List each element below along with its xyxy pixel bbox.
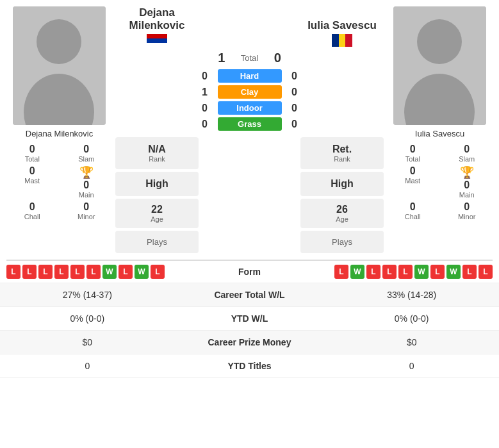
hard-p1: 0 xyxy=(197,71,213,82)
player1-age-value: 22 xyxy=(128,204,186,215)
player2-mast-label: Mast xyxy=(405,177,420,185)
player2-mast-cell: 0 Mast xyxy=(387,165,439,199)
player2-chall-cell: 0 Chall xyxy=(387,201,439,220)
form-result-badge: L xyxy=(86,265,101,279)
player1-rank-box: N/A Rank xyxy=(115,137,199,169)
grass-row: 0 Grass 0 xyxy=(115,117,384,131)
stats-table: 27% (14-37) Career Total W/L 33% (14-28)… xyxy=(0,283,499,378)
ytd-wl-label: YTD W/L xyxy=(175,307,325,331)
serbia-flag-svg xyxy=(147,34,167,47)
player1-high: High xyxy=(115,172,199,196)
form-result-badge: W xyxy=(135,265,149,279)
player1-main-cell: 🏆 0 Main xyxy=(61,165,113,199)
form-result-badge: L xyxy=(38,265,53,279)
grass-p2: 0 xyxy=(287,119,302,130)
player2-name: Iulia Savescu xyxy=(415,129,464,138)
player2-minor-value: 0 xyxy=(464,201,470,213)
player2-total-label: Total xyxy=(405,155,420,163)
player2-section: Iulia Savescu 0 Total 0 Slam 0 Mast 🏆 0 xyxy=(387,6,493,253)
player2-slam-value: 0 xyxy=(464,144,470,155)
player1-chall-value: 0 xyxy=(29,201,35,213)
titles-row: 0 YTD Titles 0 xyxy=(0,354,499,378)
player1-flag xyxy=(115,34,199,47)
player2-slam-label: Slam xyxy=(459,155,475,163)
player1-plays: Plays xyxy=(115,231,199,253)
hard-p2: 0 xyxy=(287,71,302,82)
form-result-badge: L xyxy=(334,265,348,279)
form-result-badge: L xyxy=(430,265,445,279)
indoor-p1: 0 xyxy=(197,103,213,114)
form-result-badge: L xyxy=(119,265,133,279)
player2-mast-value: 0 xyxy=(410,165,416,177)
player2-slam-cell: 0 Slam xyxy=(441,144,493,163)
form-result-badge: W xyxy=(446,265,461,279)
player2-plays: Plays xyxy=(300,231,384,253)
player2-total-cell: 0 Total xyxy=(387,144,439,163)
grass-badge: Grass xyxy=(218,117,282,131)
player1-age-label: Age xyxy=(128,215,186,223)
p2-career-wl: 33% (14-28) xyxy=(324,283,499,307)
player1-name: Dejana Milenkovic xyxy=(26,129,94,138)
player1-minor-value: 0 xyxy=(83,201,89,213)
player1-total-label: Total xyxy=(25,155,40,163)
player2-minor-cell: 0 Minor xyxy=(441,201,493,220)
form-result-badge: L xyxy=(479,265,493,279)
indoor-p2: 0 xyxy=(287,103,302,114)
player2-age-box: 26 Age xyxy=(300,199,384,228)
player1-main-label: Main xyxy=(79,191,94,199)
clay-p2: 0 xyxy=(287,87,302,98)
player1-chall-cell: 0 Chall xyxy=(6,201,58,220)
player2-stats-grid: 0 Total 0 Slam 0 Mast 🏆 0 Main 0 xyxy=(387,144,493,220)
p2-titles: 0 xyxy=(324,354,499,378)
form-result-badge: L xyxy=(22,265,37,279)
titles-label: YTD Titles xyxy=(175,354,325,378)
center-content: Dejana Milenkovic Iulia Savescu xyxy=(115,6,384,253)
player1-age-box: 22 Age xyxy=(115,199,199,228)
player2-minor-label: Minor xyxy=(458,213,476,220)
form-label: Form xyxy=(211,267,288,277)
player2-age-value: 26 xyxy=(313,204,371,215)
player2-chall-label: Chall xyxy=(405,213,421,220)
player1-total-value: 0 xyxy=(29,144,35,155)
svg-rect-4 xyxy=(147,38,167,43)
total-p2: 0 xyxy=(265,51,290,65)
player1-trophy-icon: 🏆 xyxy=(79,165,94,179)
svg-rect-5 xyxy=(147,43,167,47)
player2-rank-label: Rank xyxy=(313,155,371,163)
svg-rect-6 xyxy=(332,34,339,47)
player2-flag xyxy=(300,34,384,47)
player2-age-label: Age xyxy=(313,215,371,223)
player2-avatar xyxy=(393,6,486,125)
career-wl-row: 27% (14-37) Career Total W/L 33% (14-28) xyxy=(0,283,499,307)
top-card: Dejana Milenkovic 0 Total 0 Slam 0 Mast … xyxy=(0,0,499,260)
form-result-badge: L xyxy=(366,265,380,279)
indoor-row: 0 Indoor 0 xyxy=(115,101,384,115)
player1-section: Dejana Milenkovic 0 Total 0 Slam 0 Mast … xyxy=(6,6,112,253)
form-result-badge: W xyxy=(350,265,364,279)
p1-career-wl: 27% (14-37) xyxy=(0,283,175,307)
player1-minor-cell: 0 Minor xyxy=(61,201,113,220)
player1-slam-label: Slam xyxy=(78,155,94,163)
form-result-badge: W xyxy=(414,265,429,279)
player2-high: High xyxy=(300,172,384,196)
player1-rank-value: N/A xyxy=(128,144,186,155)
prize-label: Career Prize Money xyxy=(175,331,325,354)
player1-rank-label: Rank xyxy=(128,155,186,163)
svg-rect-8 xyxy=(345,34,352,47)
player1-main-value: 0 xyxy=(83,179,89,191)
svg-point-10 xyxy=(417,19,462,64)
player1-stats-grid: 0 Total 0 Slam 0 Mast 🏆 0 Main 0 xyxy=(6,144,112,220)
player1-slam-value: 0 xyxy=(83,144,89,155)
svg-rect-3 xyxy=(147,34,167,38)
p2-prize: $0 xyxy=(324,331,499,354)
indoor-badge: Indoor xyxy=(218,101,282,115)
clay-badge: Clay xyxy=(218,85,282,99)
player2-main-label: Main xyxy=(459,191,475,199)
player2-form-badges: LWLLLWLWLL xyxy=(334,265,493,279)
total-p1: 1 xyxy=(209,51,234,65)
form-result-badge: L xyxy=(382,265,397,279)
main-container: Dejana Milenkovic 0 Total 0 Slam 0 Mast … xyxy=(0,0,499,378)
p1-titles: 0 xyxy=(0,354,175,378)
form-result-badge: L xyxy=(70,265,85,279)
player2-rank-box: Ret. Rank xyxy=(300,137,384,169)
